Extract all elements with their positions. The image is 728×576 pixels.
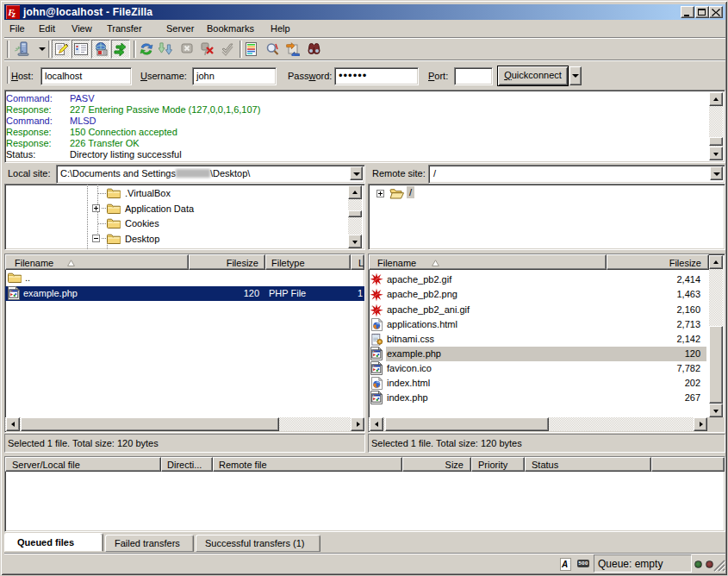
- svg-text:z: z: [11, 9, 16, 19]
